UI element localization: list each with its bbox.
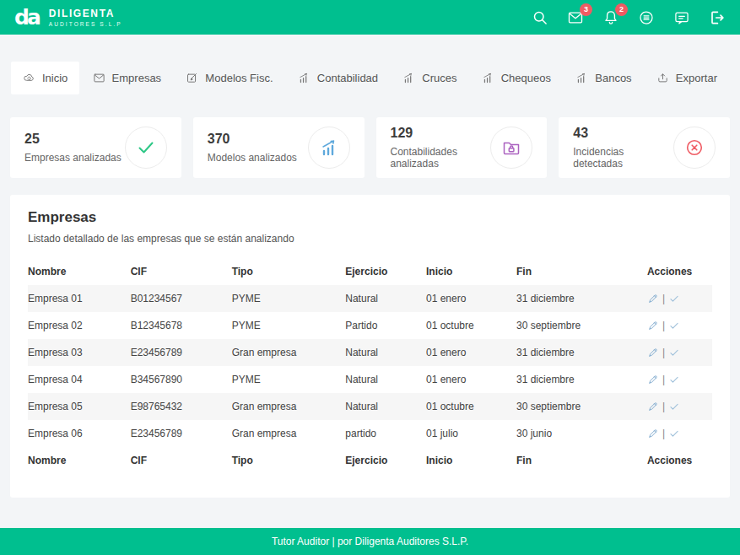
cell-acciones: | [647,312,712,339]
cell-tipo: Gran empresa [232,420,346,447]
stat-label: Contabilidades analizadas [391,146,491,170]
edit-pencil-icon[interactable] [647,374,659,385]
cell-tipo: PYME [232,366,346,393]
cell-nombre: Empresa 01 [28,285,131,312]
edit-pencil-icon[interactable] [647,320,659,331]
table-header-row: Nombre CIF Tipo Ejercicio Inicio Fin Acc… [28,258,712,285]
tab-label: Chequeos [501,72,551,84]
chat-icon[interactable] [673,9,690,26]
cell-nombre: Empresa 05 [28,393,131,420]
tab-empresas[interactable]: Empresas [81,62,174,94]
edit-pencil-icon[interactable] [647,428,659,439]
tab-exportar[interactable]: Exportar [645,62,729,94]
table-row: Empresa 05 E98765432 Gran empresa Natura… [28,393,712,420]
tab-label: Exportar [676,72,717,84]
stat-label: Incidencias detectadas [573,146,673,170]
col-acciones: Acciones [647,447,712,474]
stat-value: 370 [208,132,297,147]
edit-pencil-icon[interactable] [647,401,659,412]
bottom-strip [0,555,740,560]
cell-ejercicio: Partido [345,312,426,339]
tab-chequeos[interactable]: Chequeos [470,62,563,94]
approve-check-icon[interactable] [668,347,680,358]
actions-separator: | [662,320,665,331]
col-cif: CIF [131,258,232,285]
col-cif: CIF [131,447,232,474]
cell-inicio: 01 octubre [426,312,516,339]
table-row: Empresa 03 E23456789 Gran empresa Natura… [28,339,712,366]
tab-cruces[interactable]: Cruces [391,62,468,94]
col-ejercicio: Ejercicio [345,258,426,285]
logo-title: DILIGENTA [49,8,122,19]
circle-x-icon [673,127,716,169]
cell-ejercicio: Natural [345,285,426,312]
bell-badge: 2 [615,3,628,16]
cell-tipo: PYME [232,312,346,339]
actions-separator: | [662,428,665,439]
mail-icon[interactable]: 3 [567,9,584,26]
tab-label: Modelos Fisc. [205,72,273,84]
cell-cif: B12345678 [131,312,232,339]
bar-chart-icon [575,72,588,84]
approve-check-icon[interactable] [668,428,680,439]
col-inicio: Inicio [426,258,516,285]
edit-pencil-icon[interactable] [647,293,659,304]
logout-icon[interactable] [709,9,726,26]
logo[interactable]: da DILIGENTA AUDITORES S.L.P [14,7,122,28]
main-tabs: Inicio Empresas Modelos Fisc. Contabilid… [11,62,729,94]
approve-check-icon[interactable] [668,374,680,385]
bell-icon[interactable]: 2 [602,9,619,26]
tab-label: Bancos [595,72,631,84]
stat-value: 43 [573,126,673,141]
cell-tipo: Gran empresa [232,339,346,366]
cell-cif: E23456789 [131,420,232,447]
approve-check-icon[interactable] [668,401,680,412]
cell-fin: 30 junio [516,420,647,447]
approve-check-icon[interactable] [668,320,680,331]
cell-acciones: | [647,393,712,420]
cloud-sync-icon [23,72,35,84]
menu-circle-icon[interactable] [638,9,655,26]
empresas-table: Nombre CIF Tipo Ejercicio Inicio Fin Acc… [28,258,712,474]
bar-chart-icon [402,72,415,84]
tab-label: Empresas [112,72,162,84]
cell-ejercicio: partido [345,420,426,447]
stat-label: Empresas analizadas [24,152,122,164]
footer-bar: Tutor Auditor | por Diligenta Auditores … [0,528,740,555]
top-bar: da DILIGENTA AUDITORES S.L.P 3 2 [0,0,740,35]
tab-bancos[interactable]: Bancos [564,62,643,94]
search-icon[interactable] [532,9,548,26]
cell-ejercicio: Natural [345,366,426,393]
table-footer-row: Nombre CIF Tipo Ejercicio Inicio Fin Acc… [28,447,712,474]
tab-contabilidad[interactable]: Contabilidad [286,62,390,94]
panel-subtitle: Listado detallado de las empresas que se… [28,233,712,245]
edit-pencil-icon[interactable] [647,347,659,358]
tab-inicio[interactable]: Inicio [11,62,79,94]
cell-inicio: 01 enero [426,285,516,312]
cell-acciones: | [647,339,712,366]
export-icon [656,72,669,84]
cell-acciones: | [647,420,712,447]
tab-label: Inicio [42,72,68,84]
cell-ejercicio: Natural [345,339,426,366]
panel-title: Empresas [28,209,712,226]
cell-fin: 30 septiembre [516,312,647,339]
cell-cif: E98765432 [131,393,232,420]
cell-nombre: Empresa 03 [28,339,131,366]
actions-separator: | [662,374,665,385]
logo-mark: da [14,7,41,28]
approve-check-icon[interactable] [668,293,680,304]
table-row: Empresa 06 E23456789 Gran empresa partid… [28,420,712,447]
empresas-panel: Empresas Listado detallado de las empres… [10,195,730,498]
cell-fin: 31 diciembre [516,285,647,312]
cell-nombre: Empresa 06 [28,420,131,447]
tab-modelos-fisc[interactable]: Modelos Fisc. [174,62,284,94]
cell-cif: E23456789 [131,339,232,366]
envelope-icon [93,72,105,84]
cell-cif: B34567890 [131,366,232,393]
col-nombre: Nombre [28,447,131,474]
edit-icon [186,72,198,84]
col-nombre: Nombre [28,258,131,285]
stat-card-empresas: 25 Empresas analizadas [10,117,181,178]
cell-tipo: PYME [232,285,346,312]
